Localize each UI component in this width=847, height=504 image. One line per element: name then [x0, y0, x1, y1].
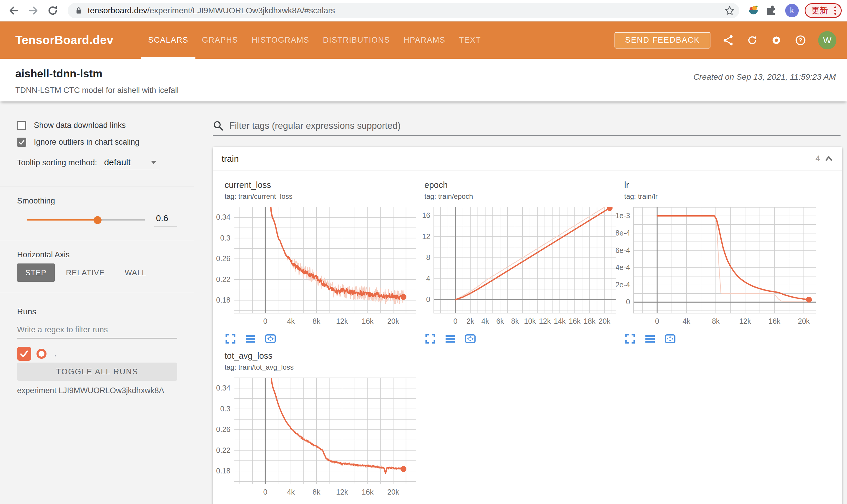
ignore-outliers-checkbox[interactable]	[17, 138, 26, 147]
chevron-up-icon[interactable]	[824, 154, 833, 163]
svg-text:8: 8	[426, 253, 430, 262]
svg-text:16k: 16k	[362, 317, 374, 325]
share-button[interactable]	[722, 34, 734, 47]
fit-domain-button[interactable]	[464, 333, 476, 345]
svg-text:8k: 8k	[712, 317, 720, 325]
svg-text:0: 0	[453, 317, 457, 325]
svg-text:20k: 20k	[387, 317, 399, 325]
scalar-chart-card: current_loss tag: train/current_loss 04k…	[216, 180, 416, 345]
forward-button[interactable]	[27, 4, 40, 17]
svg-text:18k: 18k	[584, 317, 596, 325]
share-icon	[722, 34, 734, 47]
svg-text:20k: 20k	[387, 488, 399, 496]
run-name: .	[54, 349, 56, 358]
svg-text:0.26: 0.26	[216, 254, 230, 263]
expand-chart-button[interactable]	[225, 333, 236, 345]
chart-tag: tag: train/current_loss	[216, 192, 416, 200]
axis-relative-button[interactable]: RELATIVE	[57, 264, 114, 282]
filter-tags-input[interactable]	[229, 121, 841, 131]
axis-wall-button[interactable]: WALL	[116, 264, 155, 282]
toggle-log-scale-icon	[444, 333, 456, 345]
tab-graphs[interactable]: GRAPHS	[202, 21, 238, 59]
help-button[interactable]: ?	[794, 34, 807, 47]
svg-text:0: 0	[263, 488, 267, 496]
forward-icon	[27, 4, 40, 17]
smoothing-slider[interactable]	[27, 216, 145, 224]
address-bar[interactable]: tensorboard.dev/experiment/LJI9MWUORLOw3…	[68, 3, 739, 18]
svg-text:8k: 8k	[313, 488, 321, 496]
tab-hparams[interactable]: HPARAMS	[403, 21, 445, 59]
tooltip-sorting-select[interactable]: default	[102, 157, 159, 170]
expand-chart-button[interactable]	[425, 333, 436, 345]
browser-profile-avatar[interactable]: k	[785, 4, 799, 17]
chart-plot[interactable]: 04k8k12k16k20k0.180.220.260.30.34	[216, 375, 416, 503]
svg-text:0.18: 0.18	[216, 467, 230, 475]
chrome-update-menu-button[interactable]: 更新	[805, 3, 842, 18]
extension-fruit-button[interactable]	[747, 4, 760, 17]
svg-text:20k: 20k	[798, 317, 810, 325]
tab-distributions[interactable]: DISTRIBUTIONS	[323, 21, 390, 59]
help-icon: ?	[794, 34, 807, 47]
bookmark-star-icon[interactable]	[724, 5, 735, 16]
nav-tabs: SCALARS GRAPHS HISTOGRAMS DISTRIBUTIONS …	[148, 21, 481, 59]
fullscreen-icon	[624, 333, 636, 345]
log-scale-button[interactable]	[644, 333, 656, 345]
fit-domain-button[interactable]	[664, 333, 676, 345]
scalar-chart-card: tot_avg_loss tag: train/tot_avg_loss 04k…	[216, 351, 416, 504]
log-scale-button[interactable]	[245, 333, 256, 345]
show-download-links-checkbox[interactable]	[17, 121, 26, 130]
chart-title: current_loss	[216, 180, 416, 190]
run-color-swatch-icon	[36, 349, 47, 359]
chart-toolbar	[216, 333, 416, 345]
toggle-all-runs-button[interactable]: TOGGLE ALL RUNS	[17, 363, 177, 381]
svg-text:0.26: 0.26	[216, 425, 230, 433]
experiment-description: TDNN-LSTM CTC model for aishell with ice…	[15, 86, 836, 95]
svg-text:8k: 8k	[313, 317, 321, 325]
expand-chart-button[interactable]	[624, 333, 636, 345]
svg-text:8k: 8k	[511, 317, 519, 325]
tab-text[interactable]: TEXT	[459, 21, 481, 59]
svg-text:12: 12	[422, 232, 430, 240]
svg-text:0: 0	[426, 295, 430, 304]
chart-toolbar	[416, 333, 616, 345]
settings-button[interactable]	[770, 34, 783, 47]
chart-plot[interactable]: 04k8k12k16k20k0.180.220.260.30.34	[216, 204, 416, 332]
runs-label: Runs	[17, 307, 177, 317]
smoothing-label: Smoothing	[17, 196, 177, 205]
svg-text:12k: 12k	[336, 488, 348, 496]
tab-scalars[interactable]: SCALARS	[148, 21, 189, 59]
refresh-button[interactable]	[746, 34, 759, 47]
fullscreen-icon	[425, 333, 436, 345]
axis-step-button[interactable]: STEP	[17, 264, 55, 282]
fit-domain-button[interactable]	[264, 333, 276, 345]
toggle-log-scale-icon	[644, 333, 656, 345]
run-checkbox[interactable]	[17, 347, 31, 361]
svg-text:4k: 4k	[287, 488, 295, 496]
svg-text:12k: 12k	[336, 317, 348, 325]
url-host: tensorboard.dev	[88, 6, 147, 15]
chart-tag: tag: train/lr	[616, 192, 816, 200]
log-scale-button[interactable]	[444, 333, 456, 345]
chart-plot[interactable]: 02k4k6k8k10k12k14k16k18k20k0481216	[416, 204, 616, 332]
account-avatar[interactable]: W	[818, 31, 836, 49]
tab-histograms[interactable]: HISTOGRAMS	[252, 21, 309, 59]
send-feedback-button[interactable]: SEND FEEDBACK	[615, 32, 710, 49]
smoothing-value[interactable]: 0.6	[154, 213, 177, 227]
slider-thumb-icon[interactable]	[93, 216, 102, 224]
reload-button[interactable]	[46, 4, 59, 17]
runs-filter-input[interactable]	[17, 323, 177, 339]
search-icon	[213, 120, 224, 131]
svg-text:0.22: 0.22	[216, 275, 230, 284]
tooltip-sorting-value: default	[104, 157, 146, 167]
extensions-button[interactable]	[766, 4, 779, 17]
svg-text:?: ?	[799, 37, 802, 43]
svg-text:12k: 12k	[539, 317, 551, 325]
profile-initial: k	[790, 6, 794, 15]
back-button[interactable]	[7, 4, 21, 17]
ignore-outliers-label: Ignore outliers in chart scaling	[34, 138, 139, 147]
svg-text:16k: 16k	[569, 317, 581, 325]
svg-text:10k: 10k	[524, 317, 536, 325]
tag-group-header[interactable]: train 4	[213, 147, 842, 171]
chart-plot[interactable]: 04k8k12k16k20k02e-44e-46e-48e-41e-3	[616, 204, 816, 332]
chart-title: lr	[616, 180, 816, 190]
